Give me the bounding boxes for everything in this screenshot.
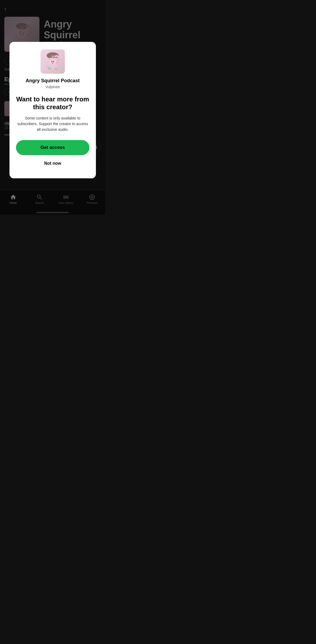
get-access-button[interactable]: Get access xyxy=(16,140,89,155)
modal-creator-name: Vulpinee xyxy=(45,85,60,89)
modal-podcast-title: Angry Squirrel Podcast xyxy=(26,78,80,84)
svg-point-14 xyxy=(51,61,52,62)
svg-point-15 xyxy=(53,61,54,62)
modal-podcast-art xyxy=(41,49,65,74)
svg-point-19 xyxy=(56,67,59,69)
not-now-button[interactable]: Not now xyxy=(16,157,89,170)
svg-point-16 xyxy=(49,58,52,61)
modal: Angry Squirrel Podcast Vulpinee Want to … xyxy=(9,42,96,178)
modal-heading: Want to hear more from this creator? xyxy=(16,95,89,111)
modal-description: Some content is only available to subscr… xyxy=(16,115,89,132)
svg-point-17 xyxy=(53,58,56,61)
